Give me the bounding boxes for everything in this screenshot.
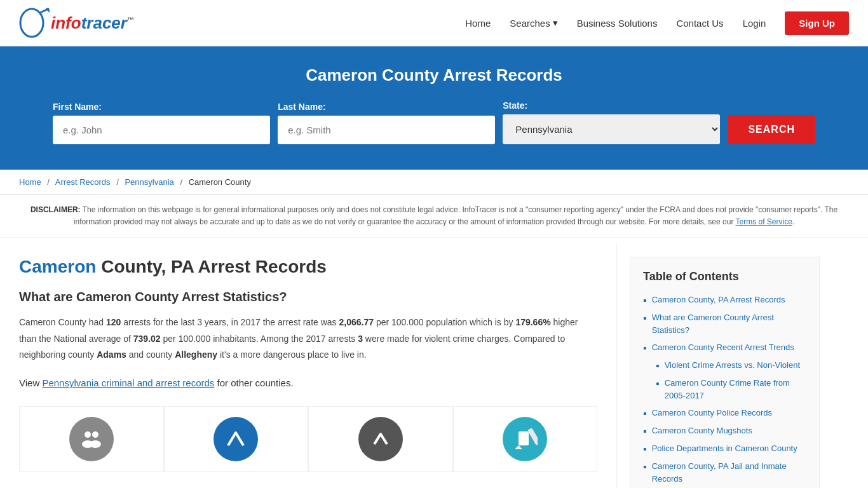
svg-point-7 <box>368 426 393 452</box>
logo: infotracer™ <box>19 6 134 39</box>
svg-rect-8 <box>519 431 529 445</box>
nav-searches[interactable]: Searches ▾ <box>510 17 557 29</box>
national-avg: 739.02 <box>133 334 161 344</box>
breadcrumb-sep-1: / <box>47 177 50 187</box>
up-arrow-icon <box>358 417 403 461</box>
toc-link[interactable]: Cameron County Recent Arrest Trends <box>652 341 794 354</box>
toc-link[interactable]: Cameron County Crime Rate from 2005-2017 <box>665 377 806 402</box>
nav: Home Searches ▾ Business Solutions Conta… <box>465 11 849 35</box>
breadcrumb: Home / Arrest Records / Pennsylvania / C… <box>0 170 868 195</box>
breadcrumb-pennsylvania[interactable]: Pennsylvania <box>125 177 173 187</box>
disclaimer-tos-link[interactable]: Terms of Service <box>736 217 792 226</box>
svg-marker-9 <box>515 445 522 449</box>
toc-item: ▪Cameron County, PA Arrest Records <box>643 294 806 306</box>
toc-item: ▪Cameron County, PA Jail and Inmate Reco… <box>643 460 806 485</box>
pa-records-link[interactable]: Pennsylvania criminal and arrest records <box>42 377 214 388</box>
logo-blue: tracer <box>81 13 127 32</box>
last-name-input[interactable] <box>278 116 495 144</box>
main-content: Cameron County, PA Arrest Records What a… <box>0 244 868 488</box>
view-records-text: View Pennsylvania criminal and arrest re… <box>19 376 597 391</box>
state-select[interactable]: Pennsylvania Alabama Alaska Arizona Cali… <box>503 114 720 144</box>
toc-link[interactable]: Cameron County, PA Arrest Records <box>652 294 785 306</box>
last-name-group: Last Name: <box>278 102 495 144</box>
article-title-highlight: Cameron <box>19 257 96 276</box>
toc-bullet-icon: ▪ <box>643 426 647 437</box>
article-title-rest: County, PA Arrest Records <box>96 257 327 276</box>
toc-item: ▪Cameron County Crime Rate from 2005-201… <box>656 377 806 402</box>
toc-link[interactable]: Cameron County Mugshots <box>652 424 752 437</box>
breadcrumb-sep-2: / <box>116 177 119 187</box>
toc-bullet-icon: ▪ <box>643 313 647 324</box>
svg-point-6 <box>90 440 101 448</box>
disclaimer-period: . <box>792 217 794 226</box>
toc-item: ▪Cameron County Police Records <box>643 407 806 419</box>
toc-bullet-icon: ▪ <box>643 444 647 455</box>
icon-box-1 <box>19 406 164 472</box>
toc-box: Table of Contents ▪Cameron County, PA Ar… <box>630 257 820 488</box>
arrests-number: 120 <box>106 317 121 327</box>
first-name-group: First Name: <box>53 102 270 144</box>
logo-tm: ™ <box>127 16 134 24</box>
violent-num: 3 <box>358 334 363 344</box>
nav-home[interactable]: Home <box>465 18 491 29</box>
icon-box-4 <box>453 406 598 472</box>
county-allegheny: Allegheny <box>175 349 217 360</box>
logo-icon <box>19 6 50 39</box>
chevron-down-icon: ▾ <box>553 17 558 29</box>
toc-item: ▪Police Departments in Cameron County <box>643 442 806 455</box>
login-button[interactable]: Login <box>743 18 766 29</box>
toc-bullet-icon: ▪ <box>643 342 647 354</box>
toc-bullet-icon: ▪ <box>643 461 647 473</box>
toc-bullet-icon: ▪ <box>643 408 647 419</box>
search-button[interactable]: SEARCH <box>728 115 815 144</box>
icon-box-2 <box>164 406 309 472</box>
people-icon <box>69 417 114 461</box>
rate-number: 2,066.77 <box>339 317 374 327</box>
svg-point-4 <box>92 431 98 438</box>
arrow-up-icon <box>214 417 258 461</box>
content-left: Cameron County, PA Arrest Records What a… <box>19 244 616 488</box>
svg-line-2 <box>47 9 50 11</box>
disclaimer-bar: DISCLAIMER: The information on this webp… <box>0 195 868 238</box>
section-heading-stats: What are Cameron County Arrest Statistic… <box>19 290 597 304</box>
nav-business[interactable]: Business Solutions <box>577 18 658 29</box>
toc-list: ▪Cameron County, PA Arrest Records▪What … <box>643 294 806 488</box>
state-label: State: <box>503 100 527 111</box>
toc-link[interactable]: Cameron County Police Records <box>652 407 772 419</box>
toc-item: ▪Cameron County Mugshots <box>643 424 806 437</box>
toc-link[interactable]: Violent Crime Arrests vs. Non-Violent <box>665 359 800 372</box>
state-group: State: Pennsylvania Alabama Alaska Arizo… <box>503 100 720 144</box>
toc-bullet-icon: ▪ <box>643 295 647 306</box>
disclaimer-text: The information on this webpage is for g… <box>74 205 837 226</box>
breadcrumb-current: Cameron County <box>189 177 251 187</box>
signup-button[interactable]: Sign Up <box>785 11 849 35</box>
toc-bullet-icon: ▪ <box>656 360 660 372</box>
breadcrumb-arrest[interactable]: Arrest Records <box>55 177 111 187</box>
toc-item: ▪What are Cameron County Arrest Statisti… <box>643 311 806 336</box>
svg-point-3 <box>85 431 91 438</box>
toc-link[interactable]: Cameron County, PA Jail and Inmate Recor… <box>652 460 806 485</box>
search-form: First Name: Last Name: State: Pennsylvan… <box>53 100 815 144</box>
logo-red: info <box>51 13 81 32</box>
first-name-label: First Name: <box>53 102 102 112</box>
content-right: Table of Contents ▪Cameron County, PA Ar… <box>616 244 820 488</box>
first-name-input[interactable] <box>53 116 270 144</box>
icon-box-3 <box>308 406 453 472</box>
toc-link[interactable]: What are Cameron County Arrest Statistic… <box>652 311 806 336</box>
hero-banner: Cameron County Arrest Records First Name… <box>0 46 868 170</box>
article-paragraph-1: Cameron County had 120 arrests for the l… <box>19 315 597 363</box>
toc-item: ▪Cameron County Recent Arrest Trends <box>643 341 806 354</box>
disclaimer-label: DISCLAIMER: <box>31 205 81 214</box>
toc-bullet-icon: ▪ <box>656 378 660 390</box>
breadcrumb-sep-3: / <box>180 177 182 187</box>
hero-title: Cameron County Arrest Records <box>25 65 843 85</box>
icons-row <box>19 406 597 472</box>
toc-item: ▪Violent Crime Arrests vs. Non-Violent <box>656 359 806 372</box>
pencil-icon <box>503 417 547 461</box>
breadcrumb-home[interactable]: Home <box>19 177 41 187</box>
article-title: Cameron County, PA Arrest Records <box>19 257 597 277</box>
toc-link[interactable]: Police Departments in Cameron County <box>652 442 797 455</box>
higher-pct: 179.66% <box>515 317 550 327</box>
nav-contact[interactable]: Contact Us <box>676 18 723 29</box>
county-adams: Adams <box>97 349 126 360</box>
